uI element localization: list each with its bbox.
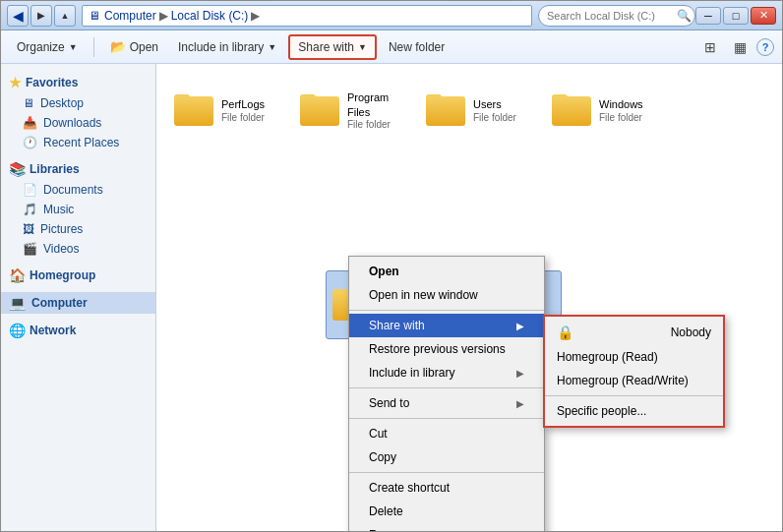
share-specific-people[interactable]: Specific people... [545,399,723,423]
folder-type-perflogs: File folder [221,112,265,123]
share-homegroup-readwrite[interactable]: Homegroup (Read/Write) [545,369,723,392]
sidebar-item-videos[interactable]: 🎬 Videos [1,239,155,259]
folder-name-programfiles: Program Files [347,90,406,119]
ctx-rename[interactable]: Rename [349,523,544,531]
include-library-button[interactable]: Include in library ▼ [170,34,284,60]
ctx-restore-versions[interactable]: Restore previous versions [349,337,544,361]
search-wrapper: 🔍 [538,5,695,27]
context-menu: Open Open in new window Share with ▶ Res… [348,256,545,531]
homegroup-section: 🏠 Homegroup [1,265,155,286]
forward-button[interactable]: ▶ [30,5,52,27]
share-nobody[interactable]: 🔒 Nobody [545,320,723,345]
sidebar-item-pictures[interactable]: 🖼 Pictures [1,219,155,239]
sidebar-item-downloads[interactable]: 📥 Downloads [1,113,155,133]
view-options-button[interactable]: ⊞ [697,36,723,58]
folder-icon-perflogs [174,94,213,126]
search-icon[interactable]: 🔍 [677,9,692,23]
view-toggle-button[interactable]: ▦ [727,36,753,58]
sidebar-item-recent[interactable]: 🕐 Recent Places [1,133,155,152]
folder-windows[interactable]: Windows File folder [546,76,664,145]
organize-button[interactable]: Organize ▼ [9,34,86,60]
libraries-section: 📚 Libraries 📄 Documents 🎵 Music 🖼 Pictur… [1,158,155,259]
share-arrow: ▼ [358,42,367,52]
ctx-delete[interactable]: Delete [349,500,544,523]
back-button[interactable]: ◀ [7,5,29,27]
up-button[interactable]: ▲ [54,5,76,27]
help-button[interactable]: ? [756,38,774,56]
libraries-icon: 📚 [9,161,26,177]
sidebar: ★ Favorites 🖥 Desktop 📥 Downloads 🕐 Rece… [1,64,156,531]
folder-type-windows: File folder [599,112,643,123]
explorer-window: ◀ ▶ ▲ 🖥 Computer ▶ Local Disk (C:) ▶ 🔍 ─… [0,0,783,532]
ctx-include-arrow: ▶ [516,368,524,379]
ctx-open[interactable]: Open [349,260,544,283]
ctx-divider-2 [349,387,544,388]
nav-buttons: ◀ ▶ ▲ [7,5,76,27]
folder-name-windows: Windows [599,97,643,111]
computer-header[interactable]: 💻 Computer [1,292,155,314]
ctx-include-library[interactable]: Include in library ▶ [349,361,544,384]
share-with-button[interactable]: Share with ▼ [288,34,377,60]
ctx-cut[interactable]: Cut [349,422,544,445]
share-divider [545,395,723,396]
folder-programfiles[interactable]: Program Files File folder [294,76,412,145]
folder-type-users: File folder [473,112,516,123]
minimize-button[interactable]: ─ [695,7,721,25]
new-folder-button[interactable]: New folder [381,34,452,60]
sidebar-item-desktop[interactable]: 🖥 Desktop [1,93,155,113]
include-label: Include in library [178,40,264,54]
ctx-sendto-arrow: ▶ [516,398,524,409]
computer-icon: 💻 [9,295,26,311]
maximize-button[interactable]: □ [723,7,749,25]
network-header[interactable]: 🌐 Network [1,320,155,341]
homegroup-header[interactable]: 🏠 Homegroup [1,265,155,286]
open-icon: 📂 [110,39,126,54]
ctx-send-to[interactable]: Send to ▶ [349,391,544,415]
ctx-divider-4 [349,472,544,473]
network-icon: 🌐 [9,323,26,338]
share-homegroup-read[interactable]: Homegroup (Read) [545,345,723,369]
ctx-divider-1 [349,310,544,311]
computer-section: 💻 Computer [1,292,155,314]
share-label: Share with [298,40,354,54]
videos-icon: 🎬 [23,242,37,256]
downloads-icon: 📥 [23,116,37,130]
search-input[interactable] [538,5,695,27]
folder-icon-windows [552,94,591,126]
folder-type-programfiles: File folder [347,119,406,130]
toolbar-right: ⊞ ▦ ? [697,36,774,58]
lock-icon: 🔒 [557,325,573,340]
breadcrumb[interactable]: 🖥 Computer ▶ Local Disk (C:) ▶ [82,5,532,27]
close-button[interactable]: ✕ [751,7,776,25]
desktop-icon: 🖥 [23,96,34,110]
folder-name-perflogs: PerfLogs [221,97,265,111]
breadcrumb-sep1: ▶ [159,9,168,23]
ctx-copy[interactable]: Copy [349,445,544,469]
favorites-header[interactable]: ★ Favorites [1,72,155,93]
pictures-icon: 🖼 [23,222,34,236]
music-icon: 🎵 [23,203,37,216]
breadcrumb-disk[interactable]: Local Disk (C:) [171,9,249,23]
open-button[interactable]: 📂 Open [102,34,166,60]
sidebar-item-documents[interactable]: 📄 Documents [1,180,155,200]
ctx-divider-3 [349,418,544,419]
share-submenu: 🔒 Nobody Homegroup (Read) Homegroup (Rea… [543,315,725,428]
ctx-share-arrow: ▶ [516,321,524,331]
toolbar: Organize ▼ 📂 Open Include in library ▼ S… [1,30,782,64]
title-bar: ◀ ▶ ▲ 🖥 Computer ▶ Local Disk (C:) ▶ 🔍 ─… [1,1,782,30]
new-folder-label: New folder [389,40,445,54]
ctx-open-new-window[interactable]: Open in new window [349,283,544,307]
folder-perflogs[interactable]: PerfLogs File folder [168,76,286,145]
folder-users[interactable]: Users File folder [420,76,538,145]
documents-icon: 📄 [23,183,37,197]
homegroup-icon: 🏠 [9,267,26,283]
folder-name-users: Users [473,97,516,111]
ctx-create-shortcut[interactable]: Create shortcut [349,476,544,500]
organize-arrow: ▼ [69,42,78,52]
breadcrumb-computer[interactable]: Computer [104,9,156,23]
ctx-share-with[interactable]: Share with ▶ [349,314,544,337]
breadcrumb-sep2: ▶ [251,9,260,23]
star-icon: ★ [9,75,22,90]
libraries-header[interactable]: 📚 Libraries [1,158,155,180]
sidebar-item-music[interactable]: 🎵 Music [1,200,155,219]
